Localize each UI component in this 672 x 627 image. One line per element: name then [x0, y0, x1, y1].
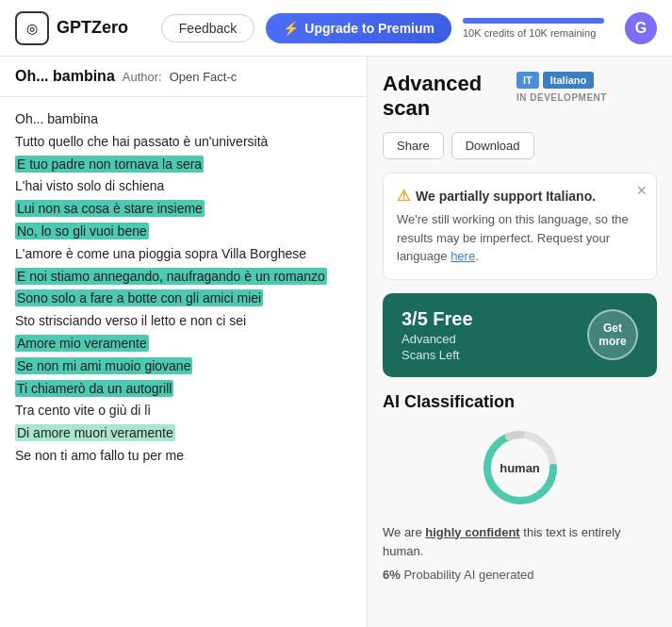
credits-bar-bg	[463, 18, 604, 24]
text-line: Sto strisciando verso il letto e non ci …	[15, 310, 352, 333]
donut-container: human	[383, 425, 657, 510]
text-line: E noi stiamo annegando, naufragando è un…	[15, 266, 352, 289]
prob-suffix: Probability AI generated	[403, 568, 533, 582]
text-line: Ti chiamerò da un autogrill	[15, 378, 352, 401]
scans-card: 3/5 Free Advanced Scans Left Get more	[383, 293, 657, 377]
main-content: Oh... bambina Author: Open Fact-c Oh... …	[0, 57, 672, 627]
text-line: Oh... bambina	[15, 108, 352, 131]
credits-bar-fill	[463, 18, 604, 24]
credits-area: 10K credits of 10K remaining	[463, 18, 614, 39]
author-label: Author:	[123, 70, 162, 84]
prob-text: 6% Probability AI generated	[383, 568, 657, 582]
donut-label: human	[500, 460, 540, 474]
text-line: Se non ti amo fallo tu per me	[15, 445, 352, 468]
get-more-button[interactable]: Get more	[587, 309, 638, 360]
close-button[interactable]: ×	[636, 181, 647, 201]
text-line: Tutto quello che hai passato è un'univer…	[15, 131, 352, 154]
text-line: Tra cento vite o giù di lì	[15, 400, 352, 422]
left-panel: Oh... bambina Author: Open Fact-c Oh... …	[0, 57, 368, 627]
text-line: No, lo so gli vuoi bene	[15, 221, 352, 243]
share-button[interactable]: Share	[383, 132, 444, 159]
doc-title: Oh... bambina	[15, 68, 115, 85]
warning-title-text: We partially support Italiano.	[416, 189, 596, 204]
scan-header: Advanced scan IT Italiano IN DEVELOPMENT	[383, 72, 657, 121]
warning-icon: ⚠	[397, 187, 410, 205]
text-line: Lui non sa cosa è stare insieme	[15, 198, 352, 221]
upgrade-button[interactable]: ⚡ Upgrade to Premium	[266, 13, 451, 43]
badge-dev: IN DEVELOPMENT	[516, 92, 607, 103]
prob-number: 6%	[383, 568, 401, 582]
confidence-emphasis: highly confident	[425, 525, 519, 539]
feedback-button[interactable]: Feedback	[161, 14, 254, 42]
warning-link[interactable]: here	[451, 249, 475, 263]
scans-sub1: Advanced	[402, 332, 473, 346]
credits-text: 10K credits of 10K remaining	[463, 27, 596, 39]
scan-badges: IT Italiano IN DEVELOPMENT	[516, 72, 657, 103]
warning-title: ⚠ We partially support Italiano.	[397, 187, 643, 205]
text-line: Sono solo a fare a botte con gli amici m…	[15, 288, 352, 310]
ai-classification: AI Classification human We are highly co…	[383, 392, 657, 583]
text-line: E tuo padre non tornava la sera	[15, 154, 352, 176]
logo-text: GPTZero	[57, 18, 128, 38]
doc-header: Oh... bambina Author: Open Fact-c	[0, 57, 367, 97]
text-line: Amore mio veramente	[15, 333, 352, 355]
logo-icon: ◎	[15, 11, 49, 45]
text-line: Se non mi ami muoio giovane	[15, 355, 352, 378]
warning-body: We're still working on this language, so…	[397, 212, 629, 263]
upgrade-label: Upgrade to Premium	[304, 21, 434, 36]
author-name: Open Fact-c	[170, 70, 238, 84]
warning-text: We're still working on this language, so…	[397, 210, 643, 266]
avatar: G	[625, 12, 657, 44]
scan-actions: Share Download	[383, 132, 657, 159]
scans-sub2: Scans Left	[402, 348, 473, 362]
confidence-text: We are highly confident this text is ent…	[383, 523, 657, 563]
donut-wrapper: human	[478, 425, 563, 510]
ai-class-title: AI Classification	[383, 392, 657, 412]
download-button[interactable]: Download	[451, 132, 534, 159]
logo-area: ◎ GPTZero	[15, 11, 128, 45]
text-line: L'amore è come una pioggia sopra Villa B…	[15, 243, 352, 266]
text-line: L'hai visto solo di schiena	[15, 175, 352, 198]
header: ◎ GPTZero Feedback ⚡ Upgrade to Premium …	[0, 0, 672, 57]
scans-count: 3/5 Free	[402, 308, 473, 330]
warning-box: × ⚠ We partially support Italiano. We're…	[383, 173, 657, 280]
right-panel: Advanced scan IT Italiano IN DEVELOPMENT…	[368, 57, 672, 627]
badge-it: IT	[516, 72, 539, 89]
scans-info: 3/5 Free Advanced Scans Left	[402, 308, 473, 362]
badge-italiano: Italiano	[543, 72, 595, 89]
scan-title: Advanced scan	[383, 72, 507, 121]
doc-body: Oh... bambinaTutto quello che hai passat…	[0, 97, 367, 627]
text-line: Di amore muori veramente	[15, 422, 352, 445]
upgrade-icon: ⚡	[283, 21, 299, 36]
